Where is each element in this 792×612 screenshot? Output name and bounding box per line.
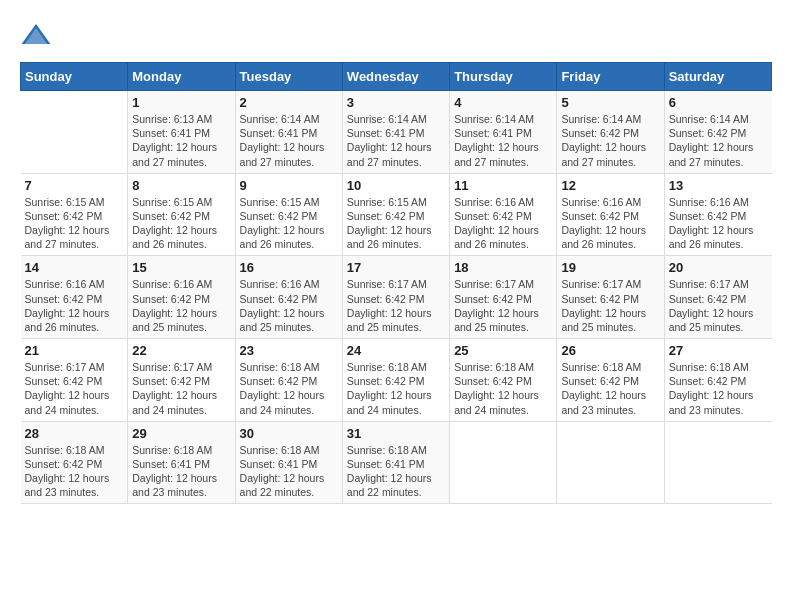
day-cell bbox=[21, 91, 128, 174]
day-cell: 14Sunrise: 6:16 AMSunset: 6:42 PMDayligh… bbox=[21, 256, 128, 339]
day-number: 7 bbox=[25, 178, 124, 193]
day-info: Sunrise: 6:18 AMSunset: 6:41 PMDaylight:… bbox=[347, 443, 445, 500]
day-cell: 13Sunrise: 6:16 AMSunset: 6:42 PMDayligh… bbox=[664, 173, 771, 256]
day-number: 29 bbox=[132, 426, 230, 441]
header-row: SundayMondayTuesdayWednesdayThursdayFrid… bbox=[21, 63, 772, 91]
day-number: 31 bbox=[347, 426, 445, 441]
day-cell: 25Sunrise: 6:18 AMSunset: 6:42 PMDayligh… bbox=[450, 339, 557, 422]
day-cell: 24Sunrise: 6:18 AMSunset: 6:42 PMDayligh… bbox=[342, 339, 449, 422]
day-info: Sunrise: 6:17 AMSunset: 6:42 PMDaylight:… bbox=[454, 277, 552, 334]
day-info: Sunrise: 6:16 AMSunset: 6:42 PMDaylight:… bbox=[25, 277, 124, 334]
day-cell: 5Sunrise: 6:14 AMSunset: 6:42 PMDaylight… bbox=[557, 91, 664, 174]
day-info: Sunrise: 6:17 AMSunset: 6:42 PMDaylight:… bbox=[561, 277, 659, 334]
calendar-table: SundayMondayTuesdayWednesdayThursdayFrid… bbox=[20, 62, 772, 504]
day-info: Sunrise: 6:14 AMSunset: 6:42 PMDaylight:… bbox=[561, 112, 659, 169]
day-number: 13 bbox=[669, 178, 768, 193]
day-cell: 27Sunrise: 6:18 AMSunset: 6:42 PMDayligh… bbox=[664, 339, 771, 422]
day-info: Sunrise: 6:14 AMSunset: 6:41 PMDaylight:… bbox=[240, 112, 338, 169]
day-info: Sunrise: 6:15 AMSunset: 6:42 PMDaylight:… bbox=[132, 195, 230, 252]
day-cell: 9Sunrise: 6:15 AMSunset: 6:42 PMDaylight… bbox=[235, 173, 342, 256]
day-number: 24 bbox=[347, 343, 445, 358]
day-cell: 15Sunrise: 6:16 AMSunset: 6:42 PMDayligh… bbox=[128, 256, 235, 339]
day-number: 12 bbox=[561, 178, 659, 193]
day-info: Sunrise: 6:16 AMSunset: 6:42 PMDaylight:… bbox=[132, 277, 230, 334]
day-cell: 12Sunrise: 6:16 AMSunset: 6:42 PMDayligh… bbox=[557, 173, 664, 256]
day-number: 15 bbox=[132, 260, 230, 275]
day-number: 4 bbox=[454, 95, 552, 110]
day-cell: 10Sunrise: 6:15 AMSunset: 6:42 PMDayligh… bbox=[342, 173, 449, 256]
day-info: Sunrise: 6:13 AMSunset: 6:41 PMDaylight:… bbox=[132, 112, 230, 169]
day-cell: 11Sunrise: 6:16 AMSunset: 6:42 PMDayligh… bbox=[450, 173, 557, 256]
day-cell: 8Sunrise: 6:15 AMSunset: 6:42 PMDaylight… bbox=[128, 173, 235, 256]
day-info: Sunrise: 6:17 AMSunset: 6:42 PMDaylight:… bbox=[669, 277, 768, 334]
day-info: Sunrise: 6:15 AMSunset: 6:42 PMDaylight:… bbox=[25, 195, 124, 252]
day-number: 28 bbox=[25, 426, 124, 441]
day-number: 25 bbox=[454, 343, 552, 358]
day-number: 16 bbox=[240, 260, 338, 275]
day-cell bbox=[557, 421, 664, 504]
day-info: Sunrise: 6:15 AMSunset: 6:42 PMDaylight:… bbox=[347, 195, 445, 252]
header-monday: Monday bbox=[128, 63, 235, 91]
day-info: Sunrise: 6:18 AMSunset: 6:42 PMDaylight:… bbox=[454, 360, 552, 417]
day-cell: 6Sunrise: 6:14 AMSunset: 6:42 PMDaylight… bbox=[664, 91, 771, 174]
header-saturday: Saturday bbox=[664, 63, 771, 91]
day-info: Sunrise: 6:14 AMSunset: 6:41 PMDaylight:… bbox=[347, 112, 445, 169]
day-cell: 4Sunrise: 6:14 AMSunset: 6:41 PMDaylight… bbox=[450, 91, 557, 174]
day-cell: 30Sunrise: 6:18 AMSunset: 6:41 PMDayligh… bbox=[235, 421, 342, 504]
day-info: Sunrise: 6:18 AMSunset: 6:42 PMDaylight:… bbox=[669, 360, 768, 417]
header-sunday: Sunday bbox=[21, 63, 128, 91]
day-info: Sunrise: 6:18 AMSunset: 6:42 PMDaylight:… bbox=[347, 360, 445, 417]
day-cell: 22Sunrise: 6:17 AMSunset: 6:42 PMDayligh… bbox=[128, 339, 235, 422]
day-info: Sunrise: 6:17 AMSunset: 6:42 PMDaylight:… bbox=[25, 360, 124, 417]
day-number: 27 bbox=[669, 343, 768, 358]
day-info: Sunrise: 6:18 AMSunset: 6:42 PMDaylight:… bbox=[561, 360, 659, 417]
week-row-1: 1Sunrise: 6:13 AMSunset: 6:41 PMDaylight… bbox=[21, 91, 772, 174]
day-number: 18 bbox=[454, 260, 552, 275]
day-number: 10 bbox=[347, 178, 445, 193]
day-cell: 1Sunrise: 6:13 AMSunset: 6:41 PMDaylight… bbox=[128, 91, 235, 174]
day-info: Sunrise: 6:18 AMSunset: 6:41 PMDaylight:… bbox=[240, 443, 338, 500]
day-number: 26 bbox=[561, 343, 659, 358]
week-row-3: 14Sunrise: 6:16 AMSunset: 6:42 PMDayligh… bbox=[21, 256, 772, 339]
day-cell: 3Sunrise: 6:14 AMSunset: 6:41 PMDaylight… bbox=[342, 91, 449, 174]
day-number: 22 bbox=[132, 343, 230, 358]
day-number: 6 bbox=[669, 95, 768, 110]
header bbox=[20, 20, 772, 52]
day-info: Sunrise: 6:16 AMSunset: 6:42 PMDaylight:… bbox=[561, 195, 659, 252]
day-number: 3 bbox=[347, 95, 445, 110]
day-info: Sunrise: 6:15 AMSunset: 6:42 PMDaylight:… bbox=[240, 195, 338, 252]
day-cell: 20Sunrise: 6:17 AMSunset: 6:42 PMDayligh… bbox=[664, 256, 771, 339]
logo bbox=[20, 20, 56, 52]
day-number: 9 bbox=[240, 178, 338, 193]
day-number: 30 bbox=[240, 426, 338, 441]
day-info: Sunrise: 6:17 AMSunset: 6:42 PMDaylight:… bbox=[347, 277, 445, 334]
header-friday: Friday bbox=[557, 63, 664, 91]
day-number: 14 bbox=[25, 260, 124, 275]
day-info: Sunrise: 6:17 AMSunset: 6:42 PMDaylight:… bbox=[132, 360, 230, 417]
day-cell: 31Sunrise: 6:18 AMSunset: 6:41 PMDayligh… bbox=[342, 421, 449, 504]
day-cell: 29Sunrise: 6:18 AMSunset: 6:41 PMDayligh… bbox=[128, 421, 235, 504]
day-number: 2 bbox=[240, 95, 338, 110]
week-row-5: 28Sunrise: 6:18 AMSunset: 6:42 PMDayligh… bbox=[21, 421, 772, 504]
day-number: 23 bbox=[240, 343, 338, 358]
week-row-4: 21Sunrise: 6:17 AMSunset: 6:42 PMDayligh… bbox=[21, 339, 772, 422]
header-wednesday: Wednesday bbox=[342, 63, 449, 91]
header-tuesday: Tuesday bbox=[235, 63, 342, 91]
day-info: Sunrise: 6:18 AMSunset: 6:42 PMDaylight:… bbox=[240, 360, 338, 417]
day-number: 21 bbox=[25, 343, 124, 358]
week-row-2: 7Sunrise: 6:15 AMSunset: 6:42 PMDaylight… bbox=[21, 173, 772, 256]
day-info: Sunrise: 6:16 AMSunset: 6:42 PMDaylight:… bbox=[669, 195, 768, 252]
day-number: 5 bbox=[561, 95, 659, 110]
day-cell: 18Sunrise: 6:17 AMSunset: 6:42 PMDayligh… bbox=[450, 256, 557, 339]
day-info: Sunrise: 6:18 AMSunset: 6:42 PMDaylight:… bbox=[25, 443, 124, 500]
header-thursday: Thursday bbox=[450, 63, 557, 91]
calendar-header: SundayMondayTuesdayWednesdayThursdayFrid… bbox=[21, 63, 772, 91]
day-cell bbox=[664, 421, 771, 504]
day-info: Sunrise: 6:16 AMSunset: 6:42 PMDaylight:… bbox=[454, 195, 552, 252]
day-cell: 21Sunrise: 6:17 AMSunset: 6:42 PMDayligh… bbox=[21, 339, 128, 422]
day-info: Sunrise: 6:14 AMSunset: 6:42 PMDaylight:… bbox=[669, 112, 768, 169]
day-cell: 17Sunrise: 6:17 AMSunset: 6:42 PMDayligh… bbox=[342, 256, 449, 339]
day-info: Sunrise: 6:14 AMSunset: 6:41 PMDaylight:… bbox=[454, 112, 552, 169]
day-number: 8 bbox=[132, 178, 230, 193]
day-cell: 16Sunrise: 6:16 AMSunset: 6:42 PMDayligh… bbox=[235, 256, 342, 339]
